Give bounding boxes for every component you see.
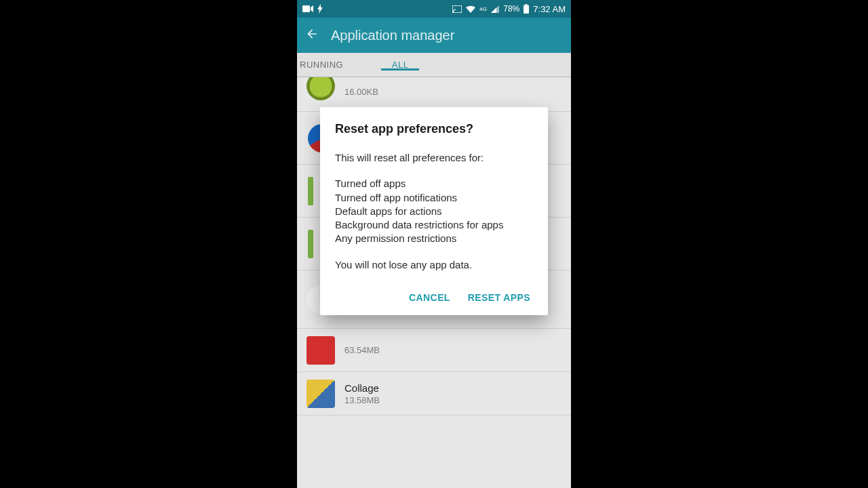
dialog-list-item: Default apps for actions: [335, 205, 533, 218]
svg-rect-4: [526, 4, 528, 5]
tab-running[interactable]: RUNNING: [297, 60, 343, 70]
dialog-actions: CANCEL RESET APPS: [335, 284, 533, 308]
dialog-body: This will reset all preferences for: Tur…: [335, 151, 533, 272]
list-item[interactable]: Collage 13.58MB: [297, 372, 571, 415]
status-bar: 4G 78% 7:32 AM: [297, 0, 571, 18]
app-bar: Application manager: [297, 18, 571, 53]
app-icon: [307, 380, 335, 408]
video-icon: [302, 5, 313, 12]
tab-bar: RUNNING ALL: [297, 53, 571, 77]
reset-apps-button[interactable]: RESET APPS: [468, 292, 530, 303]
svg-rect-3: [524, 5, 529, 14]
list-item[interactable]: 63.54MB: [297, 329, 571, 372]
page-title: Application manager: [331, 28, 454, 43]
battery-percent: 78%: [503, 4, 519, 14]
svg-point-2: [452, 11, 454, 12]
app-icon: [308, 230, 313, 258]
app-size: 63.54MB: [344, 345, 380, 355]
back-icon[interactable]: [305, 27, 319, 43]
battery-icon: [524, 4, 529, 14]
network-label: 4G: [479, 6, 487, 12]
dialog-footer: You will not lose any app data.: [335, 258, 533, 272]
app-size: 16.00KB: [344, 87, 378, 97]
wifi-icon: [466, 5, 475, 13]
app-icon: [307, 336, 335, 365]
dialog-list-item: Turned off app notifications: [335, 191, 533, 205]
dialog-list-item: Turned off apps: [335, 177, 533, 190]
dialog-list-item: Background data restrictions for apps: [335, 218, 533, 232]
app-size: 13.58MB: [344, 395, 380, 405]
cancel-button[interactable]: CANCEL: [409, 292, 450, 303]
bolt-icon: [317, 4, 323, 14]
svg-rect-0: [302, 5, 310, 12]
tab-all[interactable]: ALL: [343, 60, 457, 70]
app-icon: [308, 177, 313, 205]
app-icon: [307, 77, 335, 100]
dialog-intro: This will reset all preferences for:: [335, 151, 533, 165]
reset-preferences-dialog: Reset app preferences? This will reset a…: [320, 107, 548, 315]
app-name: Collage: [344, 382, 380, 394]
cast-icon: [452, 5, 462, 13]
signal-icon: [491, 5, 499, 13]
dialog-list-item: Any permission restrictions: [335, 232, 533, 245]
dialog-list: Turned off apps Turned off app notificat…: [335, 177, 533, 245]
dialog-title: Reset app preferences?: [335, 122, 533, 136]
phone-frame: 4G 78% 7:32 AM Application manager RUNNI…: [297, 0, 571, 488]
clock: 7:32 AM: [533, 4, 566, 14]
